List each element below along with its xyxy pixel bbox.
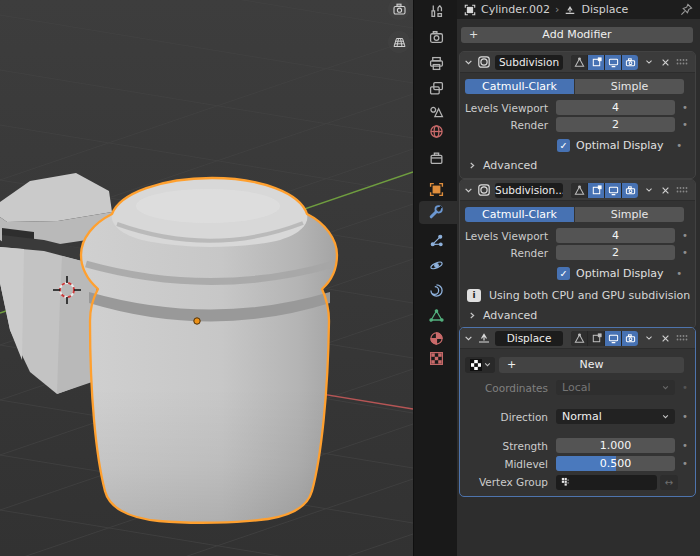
drag-handle[interactable]: [676, 58, 689, 66]
extras-dropdown[interactable]: [642, 183, 655, 198]
plus-icon: +: [469, 27, 478, 43]
tab-particles[interactable]: [427, 231, 445, 249]
render-properties-icon: [429, 30, 444, 45]
edit-mode-toggle[interactable]: [588, 331, 604, 346]
strength-label: Strength: [460, 440, 556, 452]
camera-icon: [393, 3, 406, 16]
modifier-name-field[interactable]: Subdivision: [495, 55, 563, 70]
render-toggle[interactable]: [622, 55, 638, 70]
tab-constraints[interactable]: [427, 281, 445, 299]
animate-decorator[interactable]: •: [664, 266, 695, 281]
optimal-display-checkbox[interactable]: ✓: [557, 267, 570, 280]
collection-properties-icon: [429, 151, 444, 166]
direction-dropdown[interactable]: Normal: [556, 409, 675, 424]
delete-modifier-button[interactable]: [659, 55, 672, 70]
tab-object[interactable]: [427, 180, 445, 198]
info-message: i Using both CPU and GPU subdivision: [460, 286, 695, 304]
render-toggle[interactable]: [622, 331, 638, 346]
properties-editor: Cylinder.002 › Displace + Add Modifier S…: [457, 0, 700, 556]
levels-viewport-field[interactable]: 4: [556, 228, 675, 243]
view-layer-icon: [429, 81, 444, 96]
properties-tab-strip: [413, 0, 457, 556]
displace-modifier-icon: [477, 331, 491, 345]
catmull-clark-button[interactable]: Catmull-Clark: [465, 207, 574, 222]
realtime-toggle[interactable]: [605, 331, 621, 346]
tab-render[interactable]: [427, 28, 445, 46]
invert-vertex-group-button[interactable]: ↔: [660, 475, 678, 490]
new-texture-button[interactable]: + New: [499, 357, 684, 373]
animate-decorator[interactable]: •: [675, 409, 695, 424]
extras-dropdown[interactable]: [642, 55, 655, 70]
optimal-display-checkbox[interactable]: ✓: [557, 139, 570, 152]
texture-selector-button[interactable]: [465, 357, 495, 373]
tab-output[interactable]: [427, 54, 445, 72]
info-icon: i: [467, 289, 481, 302]
modifier-name-field[interactable]: Displace: [495, 331, 563, 346]
tab-tool[interactable]: [427, 2, 445, 20]
tab-material[interactable]: [427, 329, 445, 347]
modifier-panel-displace: Displace + New: [459, 327, 696, 497]
vertex-group-field[interactable]: [556, 475, 657, 490]
optimal-display-label: Optimal Display: [576, 267, 664, 280]
object-data-properties-icon: [429, 308, 444, 323]
animate-decorator[interactable]: •: [675, 228, 695, 243]
simple-button[interactable]: Simple: [575, 207, 684, 222]
delete-modifier-button[interactable]: [659, 331, 672, 346]
world-properties-icon: [429, 124, 444, 139]
modifier-name-field[interactable]: Subdivision...: [495, 183, 563, 198]
catmull-clark-button[interactable]: Catmull-Clark: [465, 79, 574, 94]
modifier-header: Displace: [460, 328, 695, 349]
subdivision-modifier-icon: [477, 55, 491, 69]
levels-viewport-field[interactable]: 4: [556, 100, 675, 115]
render-toggle[interactable]: [622, 183, 638, 198]
tab-scene[interactable]: [427, 103, 445, 121]
chevron-down-icon: [662, 384, 669, 391]
extras-dropdown[interactable]: [642, 331, 655, 346]
expand-chevron-icon[interactable]: [464, 334, 473, 343]
tab-collection[interactable]: [427, 149, 445, 167]
on-cage-toggle[interactable]: [571, 331, 587, 346]
3d-viewport[interactable]: [0, 0, 413, 556]
animate-decorator[interactable]: •: [675, 456, 695, 471]
animate-decorator[interactable]: •: [664, 138, 695, 153]
strength-field[interactable]: 1.000: [556, 438, 675, 453]
realtime-toggle[interactable]: [605, 183, 621, 198]
render-field[interactable]: 2: [556, 117, 675, 132]
on-cage-toggle[interactable]: [571, 183, 587, 198]
tab-modifiers[interactable]: [427, 203, 445, 221]
drag-handle[interactable]: [676, 186, 689, 194]
midlevel-slider[interactable]: 0.500: [556, 456, 675, 471]
animate-decorator[interactable]: •: [675, 100, 695, 115]
on-cage-toggle[interactable]: [571, 55, 587, 70]
advanced-section[interactable]: Advanced: [460, 157, 695, 173]
display-toggles: [571, 331, 638, 346]
edit-mode-toggle[interactable]: [588, 55, 604, 70]
advanced-label: Advanced: [483, 309, 537, 322]
expand-chevron-icon[interactable]: [464, 186, 473, 195]
animate-decorator[interactable]: •: [675, 245, 695, 260]
tab-physics[interactable]: [427, 256, 445, 274]
drag-handle[interactable]: [676, 334, 689, 342]
expand-chevron-icon[interactable]: [464, 58, 473, 67]
delete-modifier-button[interactable]: [659, 183, 672, 198]
scene-properties-icon: [429, 105, 444, 120]
particle-properties-icon: [429, 233, 444, 248]
tab-object-data[interactable]: [427, 306, 445, 324]
simple-button[interactable]: Simple: [575, 79, 684, 94]
subdivision-modifier-icon: [477, 183, 491, 197]
edit-mode-toggle[interactable]: [588, 183, 604, 198]
selected-object[interactable]: [78, 178, 340, 528]
tab-view-layer[interactable]: [427, 79, 445, 97]
tab-world[interactable]: [427, 122, 445, 140]
pin-icon[interactable]: [680, 3, 693, 16]
tab-texture[interactable]: [427, 349, 445, 367]
animate-decorator[interactable]: •: [675, 438, 695, 453]
advanced-section[interactable]: Advanced: [460, 307, 695, 323]
realtime-toggle[interactable]: [605, 55, 621, 70]
breadcrumb-object[interactable]: Cylinder.002: [481, 3, 550, 16]
breadcrumb-modifier[interactable]: Displace: [581, 3, 628, 16]
render-field[interactable]: 2: [556, 245, 675, 260]
grid-view-gizmo[interactable]: [388, 31, 410, 53]
add-modifier-button[interactable]: + Add Modifier: [461, 27, 693, 43]
animate-decorator[interactable]: •: [675, 117, 695, 132]
